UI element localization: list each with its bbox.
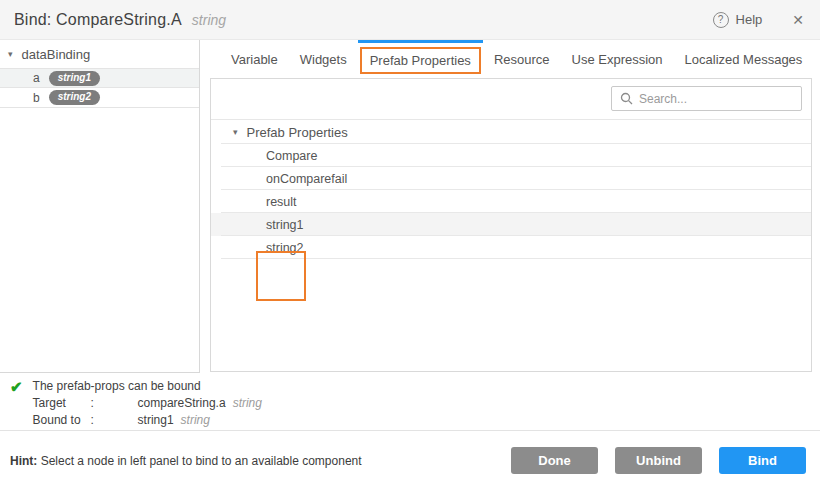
status-label: Target	[33, 396, 91, 410]
tab-resource[interactable]: Resource	[483, 40, 561, 78]
search-icon	[620, 92, 633, 105]
tree-root-prefab-properties[interactable]: Prefab Properties	[211, 120, 811, 144]
status-target-row: Target : compareString.a string	[33, 396, 262, 410]
tree-item-compare[interactable]: Compare	[211, 144, 811, 167]
tree-item-oncomparefail[interactable]: onComparefail	[211, 167, 811, 190]
unbind-button[interactable]: Unbind	[615, 447, 702, 474]
success-check-icon	[10, 379, 23, 427]
search-row	[211, 79, 811, 119]
help-label[interactable]: Help	[736, 12, 763, 27]
hint-body: Select a node in left panel to bind to a…	[37, 454, 361, 468]
annotation-highlight-box: Prefab Properties	[360, 47, 481, 74]
tree-item-string1[interactable]: string1	[211, 213, 811, 236]
status-colon: :	[91, 413, 116, 427]
tab-content-panel: Prefab Properties Compare onComparefail …	[210, 78, 812, 372]
tree-root-label: dataBinding	[22, 47, 91, 62]
data-binding-panel: dataBinding a string1 b string2	[0, 40, 200, 373]
tree-item-b[interactable]: b string2	[0, 88, 199, 108]
status-value-type: string	[233, 396, 262, 410]
search-box[interactable]	[611, 86, 802, 111]
dialog-footer: Hint: Select a node in left panel to bin…	[0, 430, 820, 484]
done-button[interactable]: Done	[511, 447, 598, 474]
tree-root-databinding[interactable]: dataBinding	[0, 40, 199, 68]
type-badge: string2	[49, 90, 100, 105]
tree-item-string2[interactable]: string2	[211, 236, 811, 259]
help-icon[interactable]	[713, 12, 729, 28]
bind-status-block: The prefab-props can be bound Target : c…	[10, 379, 262, 427]
status-lines: The prefab-props can be bound Target : c…	[33, 379, 262, 427]
status-value: compareString.a	[138, 396, 226, 410]
tab-widgets[interactable]: Widgets	[289, 40, 358, 78]
bind-dialog: Bind: CompareString.A string Help dataBi…	[0, 0, 820, 484]
dialog-title-type: string	[192, 12, 226, 28]
tree-item-key: b	[33, 91, 40, 105]
tab-label: Prefab Properties	[370, 53, 471, 68]
status-colon: :	[91, 396, 116, 410]
type-badge: string1	[49, 71, 100, 86]
close-icon[interactable]	[792, 13, 804, 27]
prefab-properties-tree: Prefab Properties Compare onComparefail …	[211, 119, 811, 259]
tab-bar: Variable Widgets Prefab Properties Resou…	[210, 40, 812, 78]
tree-item-key: a	[33, 71, 40, 85]
status-boundto-row: Bound to : string1 string	[33, 413, 262, 427]
status-label: Bound to	[33, 413, 91, 427]
tab-prefab-properties[interactable]: Prefab Properties	[358, 40, 483, 78]
status-value: string1	[138, 413, 174, 427]
status-message: The prefab-props can be bound	[33, 379, 262, 393]
collapse-arrow-icon[interactable]	[8, 50, 13, 59]
tab-use-expression[interactable]: Use Expression	[561, 40, 674, 78]
tree-root-label: Prefab Properties	[247, 125, 348, 140]
collapse-arrow-icon[interactable]	[233, 128, 238, 137]
help-button[interactable]: Help	[713, 12, 763, 28]
hint-label: Hint:	[10, 454, 37, 468]
tab-variable[interactable]: Variable	[220, 40, 289, 78]
bind-button[interactable]: Bind	[719, 447, 806, 474]
tree-item-result[interactable]: result	[211, 190, 811, 213]
tab-localized-messages[interactable]: Localized Messages	[674, 40, 814, 78]
tree-item-a[interactable]: a string1	[0, 68, 199, 88]
status-value-type: string	[181, 413, 210, 427]
hint-text: Hint: Select a node in left panel to bin…	[10, 454, 362, 468]
dialog-header: Bind: CompareString.A string Help	[0, 0, 820, 40]
dialog-title: Bind: CompareString.A	[14, 11, 182, 29]
search-input[interactable]	[639, 92, 793, 106]
